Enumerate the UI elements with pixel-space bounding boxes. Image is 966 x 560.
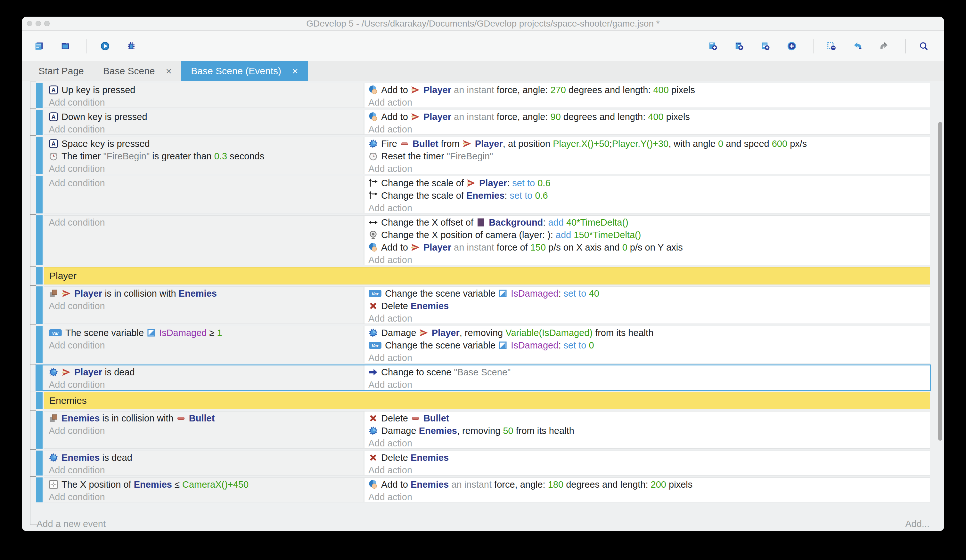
add-more-button[interactable]: Add... (905, 519, 930, 529)
condition-line[interactable]: ASpace key is pressed (49, 138, 363, 150)
minimize-button[interactable] (36, 21, 41, 26)
action-line[interactable]: VarChange the scene variable IsDamaged: … (368, 339, 930, 352)
action-line[interactable]: Add to Enemies an instant force, angle: … (368, 478, 930, 491)
debug-button[interactable] (124, 37, 142, 56)
add-subevent-button[interactable] (731, 37, 750, 56)
add-event-button[interactable] (705, 37, 724, 56)
event-color-bar[interactable] (36, 365, 43, 390)
event-color-bar[interactable] (36, 176, 43, 213)
zoom-button[interactable] (44, 21, 50, 26)
event-color-bar[interactable] (36, 477, 43, 503)
condition-line[interactable]: The timer "FireBegin" is greater than 0.… (49, 150, 363, 162)
action-line[interactable]: Add to Player an instant force, angle: 9… (368, 111, 930, 123)
close-button[interactable] (27, 21, 32, 26)
add-condition-button[interactable]: Add condition (49, 378, 363, 390)
svg-text:Var: Var (371, 343, 379, 348)
action-line[interactable]: Change the scale of Enemies: set to 0.6 (368, 190, 930, 202)
add-condition-button[interactable]: Add condition (49, 339, 363, 352)
add-action-button[interactable]: Add action (368, 312, 930, 324)
condition-line[interactable]: Player is in collision with Enemies (49, 287, 363, 300)
action-line[interactable]: Change the X offset of Background: add 4… (368, 216, 930, 229)
add-action-button[interactable]: Add action (368, 352, 930, 363)
action-line[interactable]: Delete Enemies (368, 452, 930, 464)
play-button[interactable] (97, 37, 116, 56)
action-line[interactable]: VarChange the scene variable IsDamaged: … (368, 287, 930, 300)
action-line[interactable]: Damage Enemies, removing 50 from its hea… (368, 425, 930, 437)
action-line[interactable]: Change to scene "Base Scene" (368, 366, 930, 378)
text-segment: from its health (513, 426, 574, 436)
add-action-button[interactable]: Add action (368, 378, 930, 390)
group-label: Player (49, 270, 77, 281)
event-color-bar[interactable] (36, 110, 43, 135)
event-color-bar[interactable] (36, 137, 43, 174)
add-condition-button[interactable]: Add condition (49, 425, 363, 437)
action-line[interactable]: Add to Player an instant force, angle: 2… (368, 84, 930, 96)
action-line[interactable]: Fire Bullet from Player, at position Pla… (368, 138, 930, 150)
add-action-button[interactable]: Add action (368, 437, 930, 448)
add-action-button[interactable]: Add action (368, 202, 930, 213)
scene-editor-button[interactable] (58, 37, 76, 56)
toolbar-separator (87, 39, 87, 54)
action-line[interactable]: Reset the timer "FireBegin" (368, 150, 930, 162)
delete-selection-button[interactable] (824, 37, 842, 56)
search-button[interactable] (916, 37, 935, 56)
action-line[interactable]: Add to Player an instant force of 150 p/… (368, 241, 930, 254)
add-comment-button[interactable] (758, 37, 776, 56)
player-icon (411, 112, 420, 121)
event-color-bar[interactable] (36, 392, 43, 409)
add-condition-button[interactable]: Add condition (49, 96, 363, 108)
group-header[interactable]: Enemies (44, 392, 930, 409)
add-action-button[interactable]: Add action (368, 96, 930, 108)
project-manager-button[interactable] (31, 37, 50, 56)
action-line[interactable]: Delete Enemies (368, 300, 930, 312)
condition-line[interactable]: Player is dead (49, 366, 363, 378)
redo-button[interactable] (876, 37, 895, 56)
add-condition-button[interactable]: Add condition (49, 464, 363, 475)
add-condition-button[interactable]: Add condition (49, 216, 363, 229)
action-line[interactable]: Change the scale of Player: set to 0.6 (368, 177, 930, 190)
event-color-bar[interactable] (36, 83, 43, 108)
text-segment: 200 (651, 479, 666, 490)
add-new-event-button[interactable]: Add a new event (36, 519, 106, 529)
add-action-button[interactable]: Add action (368, 123, 930, 134)
condition-line[interactable]: The X position of Enemies ≤ CameraX()+45… (49, 478, 363, 491)
add-action-button[interactable]: Add action (368, 464, 930, 475)
event-color-bar[interactable] (36, 267, 43, 285)
screen: GDevelop 5 - /Users/dkarakay/Documents/G… (0, 0, 966, 560)
condition-line[interactable]: AUp key is pressed (49, 84, 363, 96)
add-action-button[interactable]: Add action (368, 254, 930, 265)
close-tab-icon[interactable]: × (166, 66, 172, 76)
add-plus-button[interactable] (784, 37, 803, 56)
condition-line[interactable]: Enemies is dead (49, 452, 363, 464)
undo-button[interactable] (850, 37, 869, 56)
add-action-button[interactable]: Add action (368, 491, 930, 502)
condition-line[interactable]: Enemies is in collision with Bullet (49, 412, 363, 425)
add-condition-button[interactable]: Add condition (49, 177, 363, 190)
add-action-button[interactable]: Add action (368, 162, 930, 174)
event-color-bar[interactable] (36, 411, 43, 449)
tab-base-scene-events-[interactable]: Base Scene (Events)× (181, 61, 308, 81)
text-segment: : (543, 217, 548, 228)
text-segment: is greater than (150, 151, 214, 161)
text-segment: IsDamaged (159, 327, 207, 338)
action-line[interactable]: Delete Bullet (368, 412, 930, 425)
tab-base-scene[interactable]: Base Scene× (94, 61, 181, 81)
vertical-scrollbar-thumb[interactable] (938, 122, 942, 440)
action-line[interactable]: Damage Player, removing Variable(IsDamag… (368, 327, 930, 339)
event-color-bar[interactable] (36, 287, 43, 324)
add-condition-button[interactable]: Add condition (49, 162, 363, 174)
action-line[interactable]: Change the X position of camera (layer: … (368, 229, 930, 241)
tab-start-page[interactable]: Start Page (29, 61, 94, 81)
condition-line[interactable]: ADown key is pressed (49, 111, 363, 123)
add-condition-button[interactable]: Add condition (49, 123, 363, 134)
condition-line[interactable]: VarThe scene variable IsDamaged ≥ 1 (49, 327, 363, 339)
text-segment: Delete (381, 413, 411, 423)
event-color-bar[interactable] (36, 215, 43, 265)
event-color-bar[interactable] (36, 450, 43, 475)
add-condition-button[interactable]: Add condition (49, 491, 363, 502)
group-header[interactable]: Player (44, 267, 930, 285)
add-condition-button[interactable]: Add condition (49, 300, 363, 312)
text-segment: is in collision with (100, 413, 176, 423)
close-tab-icon[interactable]: × (292, 66, 298, 76)
event-color-bar[interactable] (36, 326, 43, 363)
